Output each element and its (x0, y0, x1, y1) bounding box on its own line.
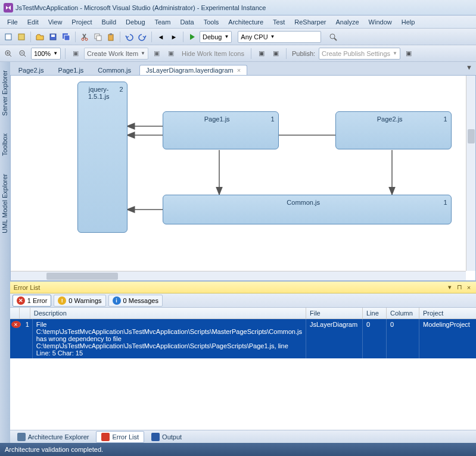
tab-common[interactable]: Common.js (92, 65, 137, 75)
pin-icon[interactable]: ⊓ (456, 284, 463, 291)
zoom-dropdown[interactable]: 100%▼ (31, 48, 61, 60)
titlebar: JsTestMvcApplication - Microsoft Visual … (0, 0, 476, 15)
col-project[interactable]: Project (419, 308, 476, 318)
wi-btn3[interactable]: ▣ (165, 48, 177, 60)
wi-icon-button[interactable]: ▣ (70, 48, 82, 60)
create-workitem-label: Create Work Item (87, 50, 138, 57)
error-list-filter-bar: ✕1 Error !0 Warnings i0 Messages (10, 293, 476, 308)
error-column: 0 (387, 319, 419, 358)
error-list-grid[interactable]: Description File Line Column Project ✕ 1… (10, 308, 476, 430)
layer-page1[interactable]: Page1.js 1 (163, 111, 279, 149)
menu-project[interactable]: Project (67, 17, 97, 27)
copy-button[interactable] (92, 31, 104, 43)
menu-debug[interactable]: Debug (121, 17, 150, 27)
svg-rect-3 (51, 35, 55, 37)
output-tab[interactable]: Output (147, 432, 186, 442)
config-dropdown[interactable]: Debug▼ (200, 31, 232, 43)
publish-label: Publish: (291, 50, 316, 57)
diagram-canvas[interactable]: jquery-1.5.1.js 2 Page1.js 1 Page2.js 1 … (10, 75, 476, 281)
error-list-header[interactable]: Error List ▾ ⊓ × (10, 282, 476, 293)
zoom-in-button[interactable] (2, 48, 14, 60)
layer-count: 1 (444, 115, 447, 145)
menu-data[interactable]: Data (175, 17, 198, 27)
publish-settings-label: Create Publish Settings (322, 50, 390, 57)
info-icon: i (113, 296, 121, 305)
open-button[interactable] (34, 31, 46, 43)
tab-layerdiagram[interactable]: JsLayerDiagram.layerdiagram (139, 65, 247, 76)
paste-button[interactable] (105, 31, 117, 43)
save-all-button[interactable] (60, 31, 72, 43)
menu-team[interactable]: Team (150, 17, 176, 27)
layer-page2[interactable]: Page2.js 1 (335, 111, 452, 149)
undo-button[interactable] (123, 31, 135, 43)
server-explorer-tab[interactable]: Server Explorer (0, 67, 10, 119)
layer-common[interactable]: Common.js 1 (163, 195, 452, 224)
vertical-scrollbar[interactable] (466, 76, 475, 271)
svg-rect-10 (108, 35, 113, 40)
platform-dropdown[interactable]: Any CPU▼ (238, 31, 321, 43)
menu-view[interactable]: View (43, 17, 67, 27)
error-icon: ✕ (17, 296, 25, 305)
chevron-down-icon: ▼ (270, 34, 275, 39)
warning-icon: ! (58, 296, 66, 305)
layer-count: 2 (120, 86, 123, 229)
publish-btn2[interactable]: ▣ (270, 48, 282, 60)
nav-back-button[interactable]: ◄ (155, 31, 167, 43)
menu-help[interactable]: Help (397, 17, 420, 27)
menu-build[interactable]: Build (97, 17, 121, 27)
svg-point-12 (330, 34, 335, 39)
svg-line-13 (334, 38, 337, 40)
add-item-button[interactable] (15, 31, 27, 43)
wi-btn2[interactable]: ▣ (151, 48, 163, 60)
messages-filter-button[interactable]: i0 Messages (108, 295, 163, 307)
col-column[interactable]: Column (387, 308, 419, 318)
start-button[interactable] (186, 31, 198, 43)
error-row[interactable]: ✕ 1 File C:\temp\JsTestMvcApplication\Js… (10, 319, 476, 358)
save-button[interactable] (47, 31, 59, 43)
menu-architecture[interactable]: Architecture (223, 17, 268, 27)
chevron-down-icon: ▼ (393, 51, 397, 56)
arch-explorer-tab[interactable]: Architecture Explorer (13, 432, 94, 442)
menu-resharper[interactable]: ReSharper (290, 17, 331, 27)
uml-model-explorer-tab[interactable]: UML Model Explorer (0, 170, 10, 237)
errors-filter-button[interactable]: ✕1 Error (13, 295, 52, 307)
col-description[interactable]: Description (30, 308, 306, 318)
toolbox-tab[interactable]: Toolbox (0, 130, 10, 160)
layer-jquery[interactable]: jquery-1.5.1.js 2 (77, 82, 127, 233)
menu-test[interactable]: Test (268, 17, 290, 27)
error-list-title: Error List (14, 284, 444, 291)
error-line: 0 (363, 319, 387, 358)
menu-edit[interactable]: Edit (23, 17, 43, 27)
tab-page2[interactable]: Page2.js (13, 65, 50, 75)
hide-workitem-label[interactable]: Hide Work Item Icons (179, 50, 247, 57)
status-text: Architecture validation completed. (5, 446, 103, 453)
new-project-button[interactable] (2, 31, 14, 43)
cut-button[interactable] (79, 31, 91, 43)
publish-action-button[interactable]: ▣ (403, 48, 415, 60)
horizontal-scrollbar[interactable] (11, 271, 466, 280)
svg-rect-0 (5, 34, 11, 40)
menu-tools[interactable]: Tools (199, 17, 224, 27)
redo-button[interactable] (136, 31, 148, 43)
col-line[interactable]: Line (363, 308, 387, 318)
menu-analyze[interactable]: Analyze (331, 17, 363, 27)
nav-fwd-button[interactable]: ► (168, 31, 180, 43)
tab-dropdown-icon[interactable]: ▼ (466, 64, 472, 71)
warnings-filter-button[interactable]: !0 Warnings (54, 295, 105, 307)
publish-btn1[interactable]: ▣ (256, 48, 267, 60)
col-file[interactable]: File (306, 308, 363, 318)
menu-window[interactable]: Window (364, 17, 397, 27)
layer-count: 1 (444, 199, 447, 220)
vs-logo-icon (4, 3, 13, 13)
menu-file[interactable]: File (2, 17, 23, 27)
publish-settings-dropdown[interactable]: Create Publish Settings▼ (319, 48, 400, 60)
tab-page1[interactable]: Page1.js (52, 65, 90, 75)
error-list-tab[interactable]: Error List (96, 431, 144, 443)
config-label: Debug (203, 33, 222, 40)
create-workitem-dropdown[interactable]: Create Work Item▼ (84, 48, 148, 60)
find-button[interactable] (327, 31, 339, 43)
error-file: JsLayerDiagram (306, 319, 363, 358)
zoom-out-button[interactable] (17, 48, 29, 60)
window-position-icon[interactable]: ▾ (446, 284, 453, 291)
close-icon[interactable]: × (465, 284, 472, 291)
